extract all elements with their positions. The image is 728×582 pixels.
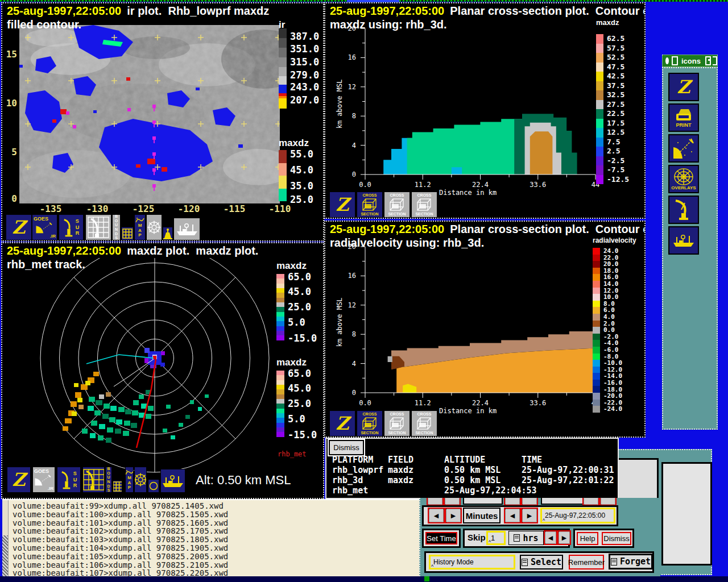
clipped-button[interactable] — [522, 498, 537, 505]
shelf-button-satellite-icon[interactable] — [668, 134, 699, 163]
colorbar-tick: 17.5 — [607, 119, 624, 127]
toolbar-button-cross-icon[interactable]: CROSS SECTION — [357, 192, 383, 218]
colorbar-tick: 7.5 — [607, 138, 620, 146]
radar-colorbar-2: maxdz65.045.025.05.0-15.0 — [276, 357, 307, 368]
colorbar-tick: 22.5 — [607, 109, 624, 118]
shelf-button-radar-icon[interactable] — [668, 196, 699, 224]
toolbar-button-gridradar-icon[interactable] — [82, 467, 105, 493]
toolbar-button-zebra-icon[interactable]: Z — [329, 192, 355, 218]
window-dot-button[interactable] — [705, 56, 711, 65]
toolbar-button-smallgrid-icon[interactable] — [121, 227, 134, 240]
terminal-scrollbar[interactable] — [2, 500, 9, 576]
minutes-forward2-button[interactable]: ▶ — [522, 509, 537, 522]
select-dropdown[interactable]: Select — [520, 555, 563, 569]
table-cell: FIELD — [388, 455, 413, 465]
toolbar-button-cross-icon[interactable]: CROSS SECTION — [357, 410, 383, 436]
clipped-button[interactable] — [505, 498, 520, 505]
xsec-xtick: 22.4 — [469, 181, 492, 189]
colorbar-tick: -15.0 — [288, 429, 317, 440]
xs2-toolbar: ZCROSS SECTIONCROSS SECTIONCROSS SECTION — [329, 410, 454, 438]
toolbar-button-sur-icon[interactable]: SUR — [59, 214, 84, 240]
clipped-button[interactable] — [601, 498, 615, 505]
hrs-dropdown[interactable]: hrs — [508, 531, 544, 545]
toolbar-button-sur-icon[interactable]: SUR — [57, 467, 81, 493]
toolbar-button-cross-icon[interactable]: CROSS SECTION — [384, 192, 410, 218]
skip-forward-button[interactable]: ▶ — [559, 531, 570, 544]
skip-back-button[interactable]: ◀ — [545, 531, 556, 544]
window-box-icon[interactable] — [672, 56, 678, 65]
toolbar-button-zebra-icon[interactable]: Z — [329, 410, 355, 436]
table-row: rhb_3dmaxdz0.50 km MSL25-Aug-97,22:01:22 — [326, 475, 618, 485]
icon-shelf-body: Z PRINT OVERLAYS — [662, 67, 718, 430]
skip-value-field[interactable]: 1 — [486, 531, 506, 545]
clipped-button[interactable] — [428, 498, 442, 505]
shelf-button-zebra-icon[interactable]: Z — [668, 73, 699, 101]
minutes-back2-button[interactable]: ◀ — [505, 509, 520, 522]
toolbar-button-gear-icon[interactable] — [134, 467, 147, 493]
toolbar-button-zebra-icon[interactable]: Z — [7, 467, 31, 493]
time-dismiss-button[interactable]: Dismiss — [602, 532, 631, 545]
toolbar-button-ship-icon[interactable] — [173, 218, 200, 240]
remember-button[interactable]: Remember — [569, 555, 604, 569]
minutes-button[interactable]: Minutes — [463, 508, 500, 523]
toolbar-button-goes-icon[interactable]: GOES .IR — [32, 214, 57, 240]
clipped-button[interactable] — [445, 498, 460, 505]
shelf-button-ship-icon[interactable] — [668, 226, 699, 255]
history-mode-field[interactable]: History Mode — [429, 555, 515, 569]
minutes-back-button[interactable]: ◀ — [429, 509, 444, 522]
platform-dismiss-button[interactable]: Dismiss — [329, 440, 364, 455]
colorbar-tick: 42.5 — [607, 72, 624, 80]
cross-section-maxdz-window: 25-aug-1997,22:05:00Planar cross-section… — [324, 2, 646, 219]
xsec-xtick: 33.6 — [527, 181, 549, 189]
colorbar-tick: 279.0 — [290, 69, 319, 81]
toolbar-button-cross-icon[interactable]: CROSS SECTION — [384, 410, 410, 436]
platform-status-window: Dismiss PLATFORMFIELDALTITUDETIMErhb_low… — [325, 438, 619, 499]
colorbar-tick: 315.0 — [290, 56, 319, 68]
time-field[interactable]: 25-Aug-97,22:05:00 — [540, 508, 615, 523]
toolbar-button-goes-icon[interactable]: GOES .IR — [32, 467, 55, 493]
colorbar-tick: 5.0 — [288, 317, 305, 328]
toolbar-button-map-icon[interactable]: MAP — [125, 467, 134, 493]
xsec-ytick: 4 — [345, 360, 356, 368]
shelf-button-print-icon[interactable]: PRINT — [668, 103, 699, 132]
window-menu-icon[interactable] — [665, 57, 669, 64]
forget-dropdown[interactable]: Forget — [609, 554, 653, 569]
colorbar-tick: 45.0 — [290, 164, 313, 176]
toolbar-button-circle-icon[interactable] — [148, 479, 159, 493]
table-cell: ALTITUDE — [444, 455, 485, 465]
table-cell: 0.50 km MSL — [444, 475, 500, 485]
set-time-button[interactable]: Set Time — [425, 532, 457, 544]
xsec-ytick: 12 — [345, 83, 356, 91]
toolbar-button-buoy-icon[interactable] — [163, 227, 173, 240]
icon-shelf-titlebar[interactable]: icons — [662, 55, 718, 67]
minutes-forward-button[interactable]: ▶ — [446, 509, 461, 522]
colorbar-tick: 32.5 — [607, 90, 624, 99]
toolbar-button-gridradar-icon[interactable] — [85, 214, 111, 240]
toolbar-button-zebra-icon[interactable]: Z — [6, 214, 32, 240]
clipped-button[interactable] — [584, 498, 598, 505]
table-cell: 0.50 km MSL — [444, 465, 500, 475]
toolbar-button-gear-icon[interactable] — [146, 214, 162, 240]
help-button[interactable]: Help — [577, 532, 598, 545]
table-cell: TIME — [522, 455, 542, 465]
toolbar-button-cross-icon[interactable]: CROSS SECTION — [411, 192, 437, 218]
table-cell: 25-Aug-97,22:01:22 — [522, 475, 614, 485]
colorbar-tick: 387.0 — [290, 31, 319, 42]
xsec-ylabel: km above MSL — [336, 298, 344, 347]
colorbar-tick: 243.0 — [290, 81, 319, 93]
terminal-window[interactable]: volume:beaufait:99>xdump.all 970825.1405… — [2, 499, 420, 576]
window-iconify-button[interactable] — [713, 56, 717, 65]
toolbar-button-cross-icon[interactable]: CROSS SECTION — [411, 410, 437, 436]
table-row: rhb_lowprfmaxdz0.50 km MSL25-Aug-97,22:0… — [326, 465, 618, 475]
toolbar-button-ship-icon[interactable] — [160, 469, 185, 493]
toolbar-button-map-icon[interactable]: MAP — [134, 214, 146, 240]
altitude-readout: Alt: 0.50 km MSL — [196, 473, 291, 488]
xsec-xtick: 22.4 — [469, 399, 492, 407]
toolbar-button-bounds-icon[interactable]: BOUNDS — [112, 214, 121, 240]
xsec-xtick: 0.0 — [354, 181, 377, 189]
colorbar-tick: 25.0 — [288, 301, 311, 313]
toolbar-button-bounds-icon[interactable]: BOUNDS — [105, 467, 112, 493]
shelf-button-overlays-icon[interactable]: OVERLAYS — [668, 165, 699, 193]
toolbar-button-smallgrid-icon[interactable] — [113, 480, 122, 493]
clipped-button[interactable] — [463, 498, 503, 505]
